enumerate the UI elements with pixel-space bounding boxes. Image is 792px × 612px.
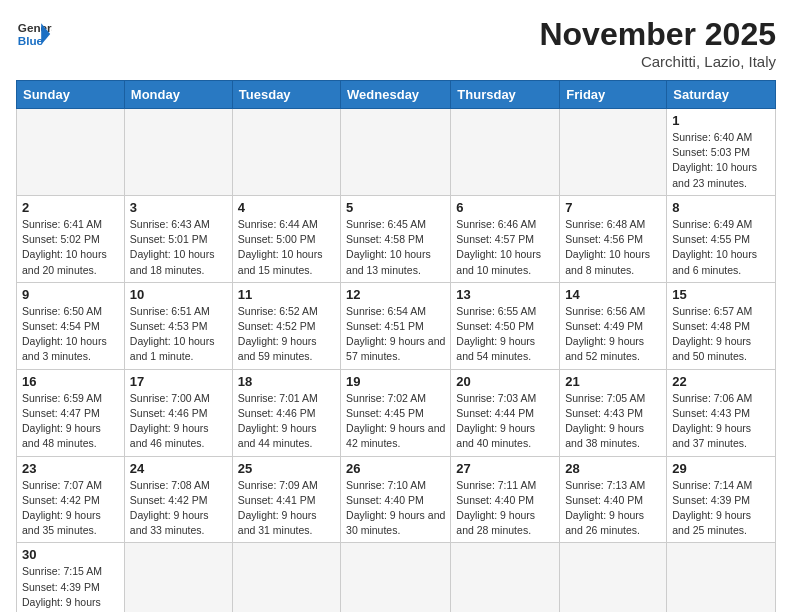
day-info: Sunrise: 7:15 AM Sunset: 4:39 PM Dayligh… [22, 564, 119, 612]
day-number: 10 [130, 287, 227, 302]
calendar-cell: 6Sunrise: 6:46 AM Sunset: 4:57 PM Daylig… [451, 195, 560, 282]
day-info: Sunrise: 6:41 AM Sunset: 5:02 PM Dayligh… [22, 217, 119, 278]
day-info: Sunrise: 7:08 AM Sunset: 4:42 PM Dayligh… [130, 478, 227, 539]
calendar-cell: 11Sunrise: 6:52 AM Sunset: 4:52 PM Dayli… [232, 282, 340, 369]
day-number: 23 [22, 461, 119, 476]
calendar-cell: 26Sunrise: 7:10 AM Sunset: 4:40 PM Dayli… [341, 456, 451, 543]
calendar-cell [232, 109, 340, 196]
day-number: 11 [238, 287, 335, 302]
weekday-header-friday: Friday [560, 81, 667, 109]
calendar-cell [17, 109, 125, 196]
calendar-cell: 15Sunrise: 6:57 AM Sunset: 4:48 PM Dayli… [667, 282, 776, 369]
day-info: Sunrise: 7:05 AM Sunset: 4:43 PM Dayligh… [565, 391, 661, 452]
calendar-cell [560, 543, 667, 612]
day-number: 1 [672, 113, 770, 128]
calendar-cell: 19Sunrise: 7:02 AM Sunset: 4:45 PM Dayli… [341, 369, 451, 456]
day-number: 30 [22, 547, 119, 562]
calendar-cell: 17Sunrise: 7:00 AM Sunset: 4:46 PM Dayli… [124, 369, 232, 456]
day-info: Sunrise: 7:06 AM Sunset: 4:43 PM Dayligh… [672, 391, 770, 452]
calendar-cell: 23Sunrise: 7:07 AM Sunset: 4:42 PM Dayli… [17, 456, 125, 543]
day-number: 5 [346, 200, 445, 215]
calendar-cell [341, 109, 451, 196]
day-number: 24 [130, 461, 227, 476]
calendar-cell [451, 109, 560, 196]
month-title: November 2025 [539, 16, 776, 53]
day-number: 3 [130, 200, 227, 215]
day-info: Sunrise: 6:51 AM Sunset: 4:53 PM Dayligh… [130, 304, 227, 365]
day-number: 17 [130, 374, 227, 389]
calendar-cell: 10Sunrise: 6:51 AM Sunset: 4:53 PM Dayli… [124, 282, 232, 369]
day-number: 28 [565, 461, 661, 476]
calendar-cell: 5Sunrise: 6:45 AM Sunset: 4:58 PM Daylig… [341, 195, 451, 282]
day-info: Sunrise: 6:57 AM Sunset: 4:48 PM Dayligh… [672, 304, 770, 365]
day-info: Sunrise: 7:11 AM Sunset: 4:40 PM Dayligh… [456, 478, 554, 539]
calendar-cell: 21Sunrise: 7:05 AM Sunset: 4:43 PM Dayli… [560, 369, 667, 456]
calendar-cell [341, 543, 451, 612]
weekday-header-wednesday: Wednesday [341, 81, 451, 109]
calendar-cell [451, 543, 560, 612]
calendar-cell: 18Sunrise: 7:01 AM Sunset: 4:46 PM Dayli… [232, 369, 340, 456]
day-number: 13 [456, 287, 554, 302]
calendar-cell: 13Sunrise: 6:55 AM Sunset: 4:50 PM Dayli… [451, 282, 560, 369]
day-info: Sunrise: 6:50 AM Sunset: 4:54 PM Dayligh… [22, 304, 119, 365]
calendar-cell: 2Sunrise: 6:41 AM Sunset: 5:02 PM Daylig… [17, 195, 125, 282]
day-number: 26 [346, 461, 445, 476]
day-number: 15 [672, 287, 770, 302]
calendar-cell: 25Sunrise: 7:09 AM Sunset: 4:41 PM Dayli… [232, 456, 340, 543]
calendar-cell: 14Sunrise: 6:56 AM Sunset: 4:49 PM Dayli… [560, 282, 667, 369]
calendar-cell: 1Sunrise: 6:40 AM Sunset: 5:03 PM Daylig… [667, 109, 776, 196]
day-info: Sunrise: 7:09 AM Sunset: 4:41 PM Dayligh… [238, 478, 335, 539]
day-info: Sunrise: 7:07 AM Sunset: 4:42 PM Dayligh… [22, 478, 119, 539]
calendar-cell [232, 543, 340, 612]
day-info: Sunrise: 6:52 AM Sunset: 4:52 PM Dayligh… [238, 304, 335, 365]
page-header: General Blue November 2025 Carchitti, La… [16, 16, 776, 70]
day-number: 7 [565, 200, 661, 215]
calendar-cell: 12Sunrise: 6:54 AM Sunset: 4:51 PM Dayli… [341, 282, 451, 369]
day-info: Sunrise: 6:40 AM Sunset: 5:03 PM Dayligh… [672, 130, 770, 191]
day-info: Sunrise: 6:59 AM Sunset: 4:47 PM Dayligh… [22, 391, 119, 452]
day-info: Sunrise: 6:55 AM Sunset: 4:50 PM Dayligh… [456, 304, 554, 365]
calendar-cell: 27Sunrise: 7:11 AM Sunset: 4:40 PM Dayli… [451, 456, 560, 543]
weekday-header-sunday: Sunday [17, 81, 125, 109]
day-info: Sunrise: 6:46 AM Sunset: 4:57 PM Dayligh… [456, 217, 554, 278]
calendar-week-row: 23Sunrise: 7:07 AM Sunset: 4:42 PM Dayli… [17, 456, 776, 543]
day-number: 16 [22, 374, 119, 389]
day-info: Sunrise: 7:13 AM Sunset: 4:40 PM Dayligh… [565, 478, 661, 539]
weekday-header-saturday: Saturday [667, 81, 776, 109]
calendar-cell: 24Sunrise: 7:08 AM Sunset: 4:42 PM Dayli… [124, 456, 232, 543]
weekday-header-thursday: Thursday [451, 81, 560, 109]
day-number: 14 [565, 287, 661, 302]
calendar-cell: 22Sunrise: 7:06 AM Sunset: 4:43 PM Dayli… [667, 369, 776, 456]
calendar-cell: 30Sunrise: 7:15 AM Sunset: 4:39 PM Dayli… [17, 543, 125, 612]
weekday-header-row: SundayMondayTuesdayWednesdayThursdayFrid… [17, 81, 776, 109]
day-number: 8 [672, 200, 770, 215]
calendar-week-row: 30Sunrise: 7:15 AM Sunset: 4:39 PM Dayli… [17, 543, 776, 612]
calendar-cell: 28Sunrise: 7:13 AM Sunset: 4:40 PM Dayli… [560, 456, 667, 543]
calendar-cell: 29Sunrise: 7:14 AM Sunset: 4:39 PM Dayli… [667, 456, 776, 543]
calendar-week-row: 1Sunrise: 6:40 AM Sunset: 5:03 PM Daylig… [17, 109, 776, 196]
day-info: Sunrise: 6:56 AM Sunset: 4:49 PM Dayligh… [565, 304, 661, 365]
day-number: 6 [456, 200, 554, 215]
day-number: 2 [22, 200, 119, 215]
day-info: Sunrise: 7:01 AM Sunset: 4:46 PM Dayligh… [238, 391, 335, 452]
day-info: Sunrise: 6:54 AM Sunset: 4:51 PM Dayligh… [346, 304, 445, 365]
logo-icon: General Blue [16, 16, 52, 52]
calendar-week-row: 16Sunrise: 6:59 AM Sunset: 4:47 PM Dayli… [17, 369, 776, 456]
day-number: 9 [22, 287, 119, 302]
location-title: Carchitti, Lazio, Italy [539, 53, 776, 70]
day-number: 19 [346, 374, 445, 389]
weekday-header-tuesday: Tuesday [232, 81, 340, 109]
day-number: 12 [346, 287, 445, 302]
day-number: 21 [565, 374, 661, 389]
calendar-cell: 20Sunrise: 7:03 AM Sunset: 4:44 PM Dayli… [451, 369, 560, 456]
calendar-cell: 3Sunrise: 6:43 AM Sunset: 5:01 PM Daylig… [124, 195, 232, 282]
day-info: Sunrise: 7:10 AM Sunset: 4:40 PM Dayligh… [346, 478, 445, 539]
day-number: 22 [672, 374, 770, 389]
calendar-cell [124, 109, 232, 196]
day-info: Sunrise: 7:02 AM Sunset: 4:45 PM Dayligh… [346, 391, 445, 452]
calendar-cell: 16Sunrise: 6:59 AM Sunset: 4:47 PM Dayli… [17, 369, 125, 456]
logo: General Blue [16, 16, 52, 52]
day-number: 18 [238, 374, 335, 389]
svg-text:Blue: Blue [18, 34, 44, 47]
day-number: 25 [238, 461, 335, 476]
